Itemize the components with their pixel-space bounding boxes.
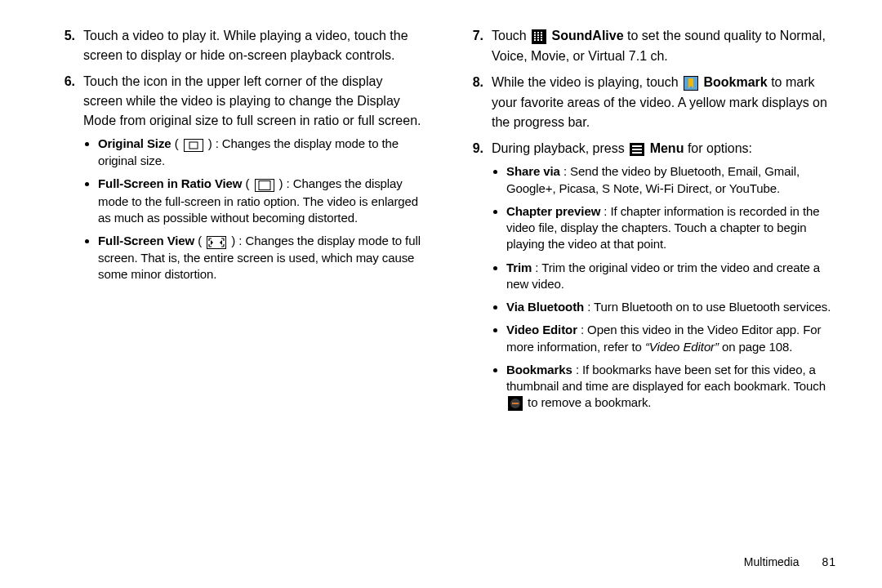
svg-rect-30	[512, 403, 519, 404]
svg-rect-26	[632, 149, 642, 150]
text-pre: During playback, press	[492, 141, 628, 155]
step-body: While the video is playing, touch Bookma…	[492, 73, 833, 132]
svg-rect-16	[537, 37, 539, 38]
step-8: 8. While the video is playing, touch Boo…	[457, 73, 833, 132]
step-number: 6.	[49, 72, 83, 290]
step-text: Touch a video to play it. While playing …	[83, 26, 425, 65]
cross-reference: “Video Editor”	[645, 340, 719, 354]
bookmark-icon	[684, 74, 698, 93]
step-9: 9. During playback, press Menu for optio…	[457, 139, 833, 419]
spacer: (	[246, 176, 250, 190]
step-number: 8.	[457, 73, 492, 132]
svg-rect-21	[541, 39, 542, 41]
bullet-label: Original Size	[98, 136, 172, 150]
remove-bookmark-icon	[508, 395, 523, 412]
list-item: Via Bluetooth : Turn Bluetooth on to use…	[506, 299, 833, 315]
svg-rect-20	[541, 37, 542, 38]
bullet-label: Chapter preview	[506, 204, 600, 218]
text-pre: Touch	[492, 29, 530, 42]
bullet-label: Video Editor	[506, 323, 577, 336]
bullet-label: Trim	[506, 261, 532, 274]
full-screen-icon	[207, 234, 226, 250]
step-body: During playback, press Menu for options:…	[492, 139, 833, 419]
step-number: 9.	[457, 139, 492, 419]
bullet-label: Full-Screen in Ratio View	[98, 176, 242, 190]
spacer: )	[208, 136, 212, 150]
text-post: for options:	[688, 141, 752, 155]
step-number: 7.	[457, 26, 492, 66]
soundalive-icon	[532, 27, 546, 47]
bullet-text: : Trim the original video or trim the vi…	[506, 261, 820, 291]
svg-rect-15	[537, 34, 539, 36]
bullet-label: Full-Screen View	[98, 234, 194, 247]
bullet-label: Via Bluetooth	[506, 300, 584, 314]
step-text: Touch the icon in the upper left corner …	[83, 74, 421, 127]
list-item: Share via : Send the video by Bluetooth,…	[506, 163, 833, 197]
display-mode-list: Original Size ( ) : Changes the display …	[83, 136, 425, 283]
step-number: 5.	[49, 26, 83, 65]
spacer: (	[175, 136, 179, 150]
page-body: 5. Touch a video to play it. While playi…	[0, 0, 882, 555]
step-5: 5. Touch a video to play it. While playi…	[49, 26, 425, 65]
bullet-text-post: to remove a bookmark.	[528, 395, 651, 409]
ratio-view-icon	[255, 176, 274, 193]
svg-rect-11	[534, 34, 536, 36]
spacer: (	[198, 234, 202, 247]
svg-rect-0	[184, 139, 203, 151]
bullet-text-post: on page 108.	[722, 340, 792, 354]
left-column: 5. Touch a video to play it. While playi…	[39, 26, 441, 529]
svg-rect-14	[537, 32, 539, 33]
menu-icon	[630, 139, 644, 158]
list-item: Original Size ( ) : Changes the display …	[98, 136, 425, 169]
list-item: Full-Screen View ( ) : Changes the dis	[98, 233, 425, 283]
spacer: )	[231, 234, 235, 247]
svg-rect-19	[541, 34, 542, 36]
bullet-label: Bookmarks	[506, 363, 572, 376]
list-item: Full-Screen in Ratio View ( ) : Changes …	[98, 176, 425, 226]
original-size-icon	[184, 136, 203, 153]
bookmark-label: Bookmark	[703, 75, 767, 89]
footer-page-number: 81	[822, 555, 836, 568]
menu-options-list: Share via : Send the video by Bluetooth,…	[492, 163, 833, 412]
list-item: Chapter preview : If chapter information…	[506, 203, 833, 253]
page-footer: Multimedia 81	[0, 555, 882, 575]
right-column: 7. Touch SoundAlive to set the sound qua…	[441, 26, 843, 529]
step-6: 6. Touch the icon in the upper left corn…	[49, 72, 425, 290]
text-pre: While the video is playing, touch	[492, 75, 682, 89]
svg-rect-12	[534, 37, 536, 38]
soundalive-label: SoundAlive	[552, 29, 624, 42]
svg-rect-17	[537, 39, 539, 41]
bullet-label: Share via	[506, 164, 560, 178]
svg-rect-13	[534, 39, 536, 41]
list-item: Bookmarks : If bookmarks have been set f…	[506, 362, 833, 412]
svg-rect-25	[632, 145, 642, 147]
menu-label: Menu	[650, 141, 684, 155]
svg-rect-10	[534, 32, 536, 33]
list-item: Trim : Trim the original video or trim t…	[506, 260, 833, 293]
spacer: )	[279, 176, 283, 190]
step-7: 7. Touch SoundAlive to set the sound qua…	[457, 26, 833, 66]
svg-rect-27	[632, 152, 642, 154]
bullet-text: : Turn Bluetooth on to use Bluetooth ser…	[587, 300, 831, 314]
footer-section: Multimedia	[744, 555, 800, 568]
step-body: Touch SoundAlive to set the sound qualit…	[492, 26, 833, 66]
step-body: Touch the icon in the upper left corner …	[83, 72, 425, 290]
svg-rect-18	[541, 32, 542, 33]
list-item: Video Editor : Open this video in the Vi…	[506, 322, 833, 355]
